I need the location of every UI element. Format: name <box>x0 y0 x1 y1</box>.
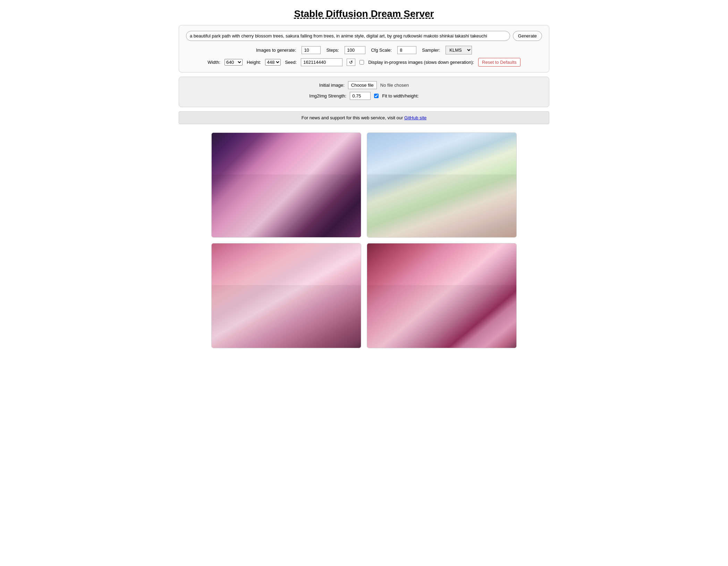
images-label: Images to generate: <box>256 48 296 53</box>
generate-button[interactable]: Generate <box>513 31 542 41</box>
images-grid <box>211 132 517 362</box>
reset-defaults-button[interactable]: Reset to Defaults <box>478 58 520 67</box>
choose-file-button[interactable]: Choose file <box>348 81 377 89</box>
initial-image-row: Initial image: Choose file No file chose… <box>186 81 542 89</box>
width-row: Width: 512 640 768 1024 Height: 384 448 … <box>186 58 542 67</box>
height-select[interactable]: 384 448 512 768 <box>265 59 281 66</box>
cfg-input[interactable] <box>397 46 416 54</box>
fit-label: Fit to width/height: <box>382 93 419 98</box>
generated-image-2 <box>367 133 516 237</box>
cfg-label: Cfg Scale: <box>371 48 392 53</box>
image-card <box>367 132 517 238</box>
image-card <box>211 243 361 348</box>
news-text: For news and support for this web servic… <box>302 115 404 120</box>
sampler-select[interactable]: KLMS DDIM PLMS Euler Euler a <box>446 46 472 54</box>
steps-label: Steps: <box>326 48 339 53</box>
settings-panel: Generate Images to generate: Steps: Cfg … <box>179 25 549 72</box>
img2img-panel: Initial image: Choose file No file chose… <box>179 77 549 107</box>
params-row: Images to generate: Steps: Cfg Scale: Sa… <box>186 46 542 54</box>
initial-image-label: Initial image: <box>319 83 345 88</box>
width-select[interactable]: 512 640 768 1024 <box>225 59 243 66</box>
seed-input[interactable] <box>301 58 342 66</box>
generated-image-4 <box>367 243 516 348</box>
generated-image-1 <box>212 133 361 237</box>
no-file-text: No file chosen <box>380 83 409 88</box>
generated-image-3 <box>212 243 361 348</box>
images-input[interactable] <box>302 46 321 54</box>
prompt-row: Generate <box>186 31 542 41</box>
image-card <box>367 243 517 348</box>
prompt-input[interactable] <box>186 31 510 41</box>
display-label: Display in-progress images (slows down g… <box>368 60 474 65</box>
steps-input[interactable] <box>345 46 365 54</box>
seed-label: Seed: <box>285 60 297 65</box>
width-label: Width: <box>208 60 220 65</box>
height-label: Height: <box>247 60 261 65</box>
news-bar: For news and support for this web servic… <box>179 111 549 124</box>
fit-checkbox[interactable] <box>374 94 379 98</box>
image-card <box>211 132 361 238</box>
refresh-seed-button[interactable]: ↺ <box>347 59 355 66</box>
strength-row: Img2Img Strength: Fit to width/height: <box>186 92 542 100</box>
display-progress-checkbox[interactable] <box>359 60 364 65</box>
page-title: Stable Diffusion Dream Server <box>179 0 549 25</box>
github-link[interactable]: GitHub site <box>404 115 426 120</box>
sampler-label: Sampler: <box>422 48 440 53</box>
strength-input[interactable] <box>350 92 371 100</box>
strength-label: Img2Img Strength: <box>309 93 346 98</box>
